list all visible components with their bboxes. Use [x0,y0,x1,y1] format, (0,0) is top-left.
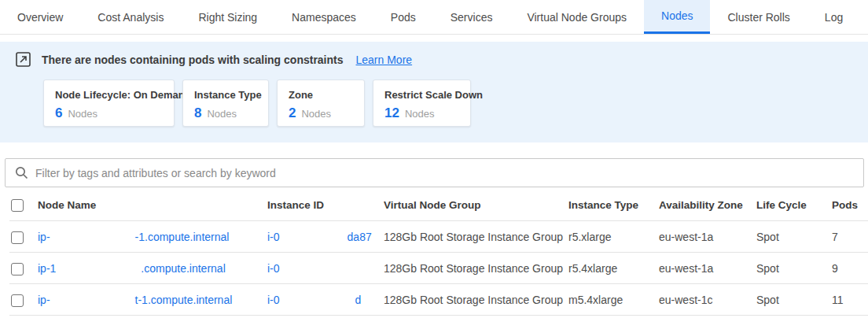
instance-id-link[interactable]: i-0d [267,294,384,306]
tab-bar: Overview Cost Analysis Right Sizing Name… [0,0,868,35]
row-checkbox[interactable] [11,263,24,275]
node-name-link[interactable]: ip-1.compute.internal [38,262,267,275]
constraint-cards: Node Lifecycle: On Demand 6 Nodes Instan… [43,80,852,127]
availability-zone-value: eu-west-1a [659,262,756,275]
card-count: 2 [289,105,296,121]
banner-message: There are nodes containing pods with sca… [42,54,344,66]
column-header-pods[interactable]: Pods [832,199,868,211]
scaling-constraints-panel: There are nodes containing pods with sca… [0,42,868,142]
redacted-text [56,263,141,272]
card-node-lifecycle[interactable]: Node Lifecycle: On Demand 6 Nodes [43,80,175,127]
life-cycle-value: Spot [756,231,832,243]
redacted-text [50,294,135,304]
tab-cluster-rolls[interactable]: Cluster Rolls [710,0,807,34]
card-unit: Nodes [68,108,97,120]
instance-id-prefix: i-0 [267,294,280,306]
search-icon [15,166,28,179]
node-name-prefix: ip- [38,231,50,243]
instance-id-prefix: i-0 [267,262,280,275]
row-checkbox[interactable] [11,231,24,244]
instance-type-value: r5.xlarge [568,231,659,243]
pods-count: 7 [832,231,868,243]
card-count: 12 [384,105,399,121]
tab-namespaces[interactable]: Namespaces [274,0,373,34]
search-input[interactable] [35,167,863,179]
node-name-prefix: ip- [38,294,50,306]
card-count: 8 [194,105,201,121]
tab-log[interactable]: Log [807,0,860,34]
availability-zone-value: eu-west-1c [659,294,756,306]
table-row: ip-t-1.compute.internal i-0d 128Gb Root … [0,284,868,316]
node-name-suffix: t-1.compute.internal [135,294,233,306]
redacted-text [280,294,355,304]
life-cycle-value: Spot [756,262,832,275]
instance-id-prefix: i-0 [267,231,280,243]
card-unit: Nodes [301,108,331,120]
redacted-text [280,263,359,272]
pods-count: 9 [832,262,868,275]
instance-id-suffix: da87 [348,231,372,243]
availability-zone-value: eu-west-1a [659,231,756,243]
filter-search-box [5,158,864,187]
card-restrict-scale-down[interactable]: Restrict Scale Down 12 Nodes [373,80,471,127]
card-title: Zone [289,89,353,101]
virtual-node-group-value: 128Gb Root Storage Instance Group [384,231,568,243]
node-name-link[interactable]: ip-t-1.compute.internal [38,294,267,306]
virtual-node-group-value: 128Gb Root Storage Instance Group [384,294,568,306]
instance-id-link[interactable]: i-0 [267,262,384,275]
tab-pods[interactable]: Pods [373,0,433,34]
node-name-prefix: ip-1 [38,262,56,275]
life-cycle-value: Spot [756,294,832,306]
node-name-suffix: .compute.internal [141,262,225,275]
instance-id-link[interactable]: i-0da87 [267,231,384,243]
banner: There are nodes containing pods with sca… [16,52,852,67]
card-instance-type[interactable]: Instance Type 8 Nodes [182,80,269,127]
tab-services[interactable]: Services [433,0,510,34]
tab-nodes[interactable]: Nodes [644,0,710,34]
card-zone[interactable]: Zone 2 Nodes [277,80,365,127]
tab-overview[interactable]: Overview [0,0,80,34]
card-title: Node Lifecycle: On Demand [55,89,163,101]
select-all-checkbox[interactable] [11,199,24,212]
card-count: 6 [55,105,62,121]
table-row: ip--1.compute.internal i-0da87 128Gb Roo… [0,221,868,253]
column-header-virtual-node-group[interactable]: Virtual Node Group [384,199,568,211]
node-name-suffix: -1.compute.internal [135,231,230,243]
card-title: Instance Type [194,89,257,101]
column-header-life-cycle[interactable]: Life Cycle [756,199,832,211]
scale-out-icon [16,52,31,67]
column-header-instance-type[interactable]: Instance Type [568,199,659,211]
instance-type-value: r5.4xlarge [568,262,659,275]
virtual-node-group-value: 128Gb Root Storage Instance Group [384,262,568,275]
redacted-text [50,231,135,241]
learn-more-link[interactable]: Learn More [356,54,413,66]
column-header-instance-id[interactable]: Instance ID [267,199,384,211]
pods-count: 11 [832,294,868,306]
card-unit: Nodes [207,108,237,120]
row-checkbox[interactable] [11,294,24,307]
node-name-link[interactable]: ip--1.compute.internal [38,231,267,243]
instance-id-suffix: d [355,294,362,306]
column-header-availability-zone[interactable]: Availability Zone [659,199,756,211]
tab-virtual-node-groups[interactable]: Virtual Node Groups [509,0,644,34]
column-header-node-name[interactable]: Node Name [38,199,267,211]
table-row: ip-1.compute.internal i-0 128Gb Root Sto… [0,253,868,284]
tab-right-sizing[interactable]: Right Sizing [181,0,274,34]
card-unit: Nodes [405,108,435,120]
instance-type-value: m5.4xlarge [568,294,659,306]
tab-cost-analysis[interactable]: Cost Analysis [80,0,181,34]
table-header-row: Node Name Instance ID Virtual Node Group… [0,189,868,221]
redacted-text [280,231,348,241]
card-title: Restrict Scale Down [384,89,459,101]
nodes-table: Node Name Instance ID Virtual Node Group… [0,189,868,316]
